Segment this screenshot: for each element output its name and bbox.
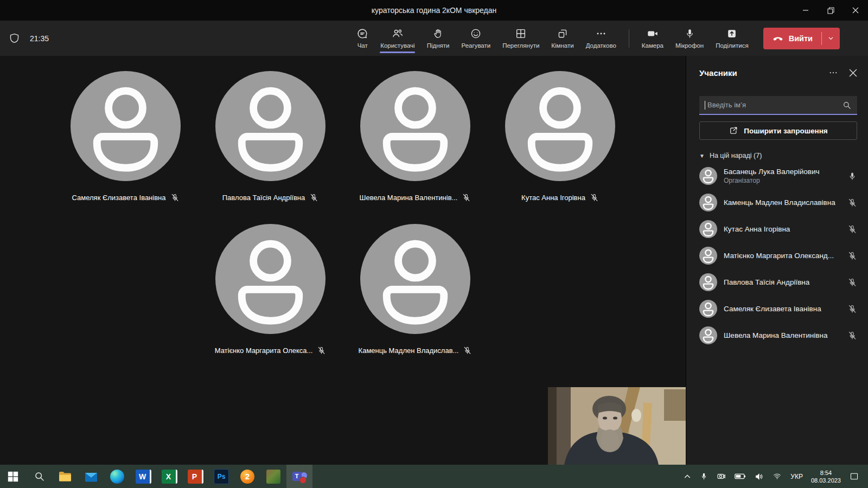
raise-hand-button[interactable]: Підняти xyxy=(421,21,456,56)
close-icon xyxy=(849,69,857,77)
excel-button[interactable]: X xyxy=(156,465,182,488)
participant-name: Самеляк Єлизавета Іванівна xyxy=(72,194,166,202)
mic-muted-icon xyxy=(317,346,326,355)
leave-button[interactable]: Вийти xyxy=(763,28,840,49)
powerpoint-button[interactable]: P xyxy=(182,465,208,488)
view-button[interactable]: Переглянути xyxy=(496,21,545,56)
chevron-down-icon: ▼ xyxy=(699,153,705,159)
participant-info: Каменць Мадлен Владиславівна xyxy=(724,198,843,207)
panel-more-button[interactable] xyxy=(828,68,838,78)
close-button[interactable] xyxy=(843,0,868,21)
participant-name: Павлова Таїсія Андріївна xyxy=(724,278,843,286)
chat-button[interactable]: Чат xyxy=(350,21,374,56)
share-button[interactable]: Поділитися xyxy=(710,21,754,56)
more-button[interactable]: Додатково xyxy=(580,21,622,56)
tray-language[interactable]: УКР xyxy=(790,473,803,480)
start-button[interactable] xyxy=(0,465,26,488)
tile-name-plate: Матієнко Маргарита Олекса... xyxy=(215,346,327,355)
mail-button[interactable] xyxy=(78,465,104,488)
avatar xyxy=(699,220,717,238)
share-invite-button[interactable]: Поширити запрошення xyxy=(699,121,857,140)
game-2-icon: 2 xyxy=(240,470,254,484)
mic-muted-icon xyxy=(590,193,599,202)
participant-row[interactable]: Самеляк Єлизавета Іванівна xyxy=(699,296,857,322)
search-icon xyxy=(842,100,852,110)
leave-options-button[interactable] xyxy=(822,35,840,42)
microphone-button[interactable]: Мікрофон xyxy=(669,21,710,56)
participant-row[interactable]: Каменць Мадлен Владиславівна xyxy=(699,189,857,216)
tile-name-plate: Каменць Мадлен Владислав... xyxy=(359,346,473,355)
avatar xyxy=(71,71,181,181)
mic-muted-icon xyxy=(463,346,472,355)
tile-row-1: Самеляк Єлизавета Іванівна Павлова Т xyxy=(70,71,616,202)
panel-close-button[interactable] xyxy=(849,69,857,77)
tray-camera-icon[interactable] xyxy=(716,472,726,481)
game-orange-button[interactable]: 2 xyxy=(234,465,260,488)
tray-time: 8:54 xyxy=(811,469,841,477)
person-icon xyxy=(71,71,181,181)
participant-info: Басанець Лука Валерійович Організатор xyxy=(724,168,843,184)
person-icon xyxy=(699,273,717,291)
participant-search-input[interactable] xyxy=(706,100,839,110)
participant-tile[interactable]: Шевела Марина Валентинів... xyxy=(360,71,471,202)
person-icon xyxy=(699,220,717,238)
chat-label: Чат xyxy=(358,42,368,49)
react-button[interactable]: Реагувати xyxy=(455,21,496,56)
tray-volume-icon[interactable] xyxy=(754,472,764,481)
restore-button[interactable] xyxy=(818,0,843,21)
person-icon xyxy=(699,194,717,211)
avatar xyxy=(360,224,470,334)
tray-wifi-icon[interactable] xyxy=(772,472,782,480)
camera-button[interactable]: Камера xyxy=(636,21,669,56)
participant-tile[interactable]: Каменць Мадлен Владислав... xyxy=(360,224,471,355)
mic-muted-icon xyxy=(847,304,857,314)
participant-info: Кутас Анна Ігорівна xyxy=(724,225,843,233)
photoshop-button[interactable]: Ps xyxy=(208,465,234,488)
avatar xyxy=(699,300,717,318)
mic-muted-icon xyxy=(847,198,857,208)
tray-microphone-icon[interactable] xyxy=(700,472,708,481)
edge-button[interactable] xyxy=(104,465,130,488)
hangup-icon xyxy=(772,33,784,44)
action-center-icon[interactable] xyxy=(849,472,859,481)
participant-row[interactable]: Матієнко Маргарита Олександ... xyxy=(699,242,857,269)
mic-muted-icon xyxy=(847,278,857,287)
self-video-preview[interactable] xyxy=(548,387,686,465)
in-meeting-section-header[interactable]: ▼ На цій нараді (7) xyxy=(699,152,857,159)
word-button[interactable]: W xyxy=(130,465,156,488)
tray-clock[interactable]: 8:54 08.03.2023 xyxy=(811,469,841,484)
tile-name-plate: Шевела Марина Валентинів... xyxy=(360,193,471,202)
shield-icon xyxy=(9,32,20,44)
person-icon xyxy=(215,224,326,334)
teams-button[interactable]: T xyxy=(286,465,312,488)
participant-row[interactable]: Басанець Лука Валерійович Організатор xyxy=(699,163,857,189)
participant-search[interactable] xyxy=(699,96,857,115)
video-stage: Самеляк Єлизавета Іванівна Павлова Т xyxy=(0,56,686,465)
raise-hand-icon xyxy=(432,28,444,40)
in-meeting-section-label: На цій нараді (7) xyxy=(710,152,762,159)
participant-tile[interactable]: Матієнко Маргарита Олекса... xyxy=(215,224,326,355)
participant-name: Шевела Марина Валентинівна xyxy=(724,331,843,339)
restore-icon xyxy=(827,7,834,14)
participant-name: Матієнко Маргарита Олекса... xyxy=(215,346,313,355)
participant-list: Басанець Лука Валерійович Організатор Ка… xyxy=(699,163,857,349)
minimize-button[interactable] xyxy=(793,0,818,21)
participant-row[interactable]: Павлова Таїсія Андріївна xyxy=(699,269,857,296)
tray-expand-button[interactable] xyxy=(683,472,692,481)
participant-name: Кутас Анна Ігорівна xyxy=(521,194,585,202)
participants-button[interactable]: Користувачі xyxy=(374,21,420,56)
file-explorer-button[interactable] xyxy=(52,465,78,488)
game-strategy-button[interactable] xyxy=(260,465,286,488)
taskbar-search-button[interactable] xyxy=(26,465,52,488)
participant-row[interactable]: Кутас Анна Ігорівна xyxy=(699,216,857,242)
participant-tile[interactable]: Павлова Таїсія Андріївна xyxy=(215,71,326,202)
participant-tile[interactable]: Кутас Анна Ігорівна xyxy=(505,71,616,202)
tray-battery-icon[interactable] xyxy=(735,472,746,480)
participant-tile[interactable]: Самеляк Єлизавета Іванівна xyxy=(70,71,181,202)
participant-row[interactable]: Шевела Марина Валентинівна xyxy=(699,322,857,349)
toolbar-separator xyxy=(629,29,629,48)
rooms-button[interactable]: Кімнати xyxy=(545,21,579,56)
chevron-down-icon xyxy=(827,35,834,42)
person-icon xyxy=(360,71,470,181)
view-label: Переглянути xyxy=(502,42,539,49)
